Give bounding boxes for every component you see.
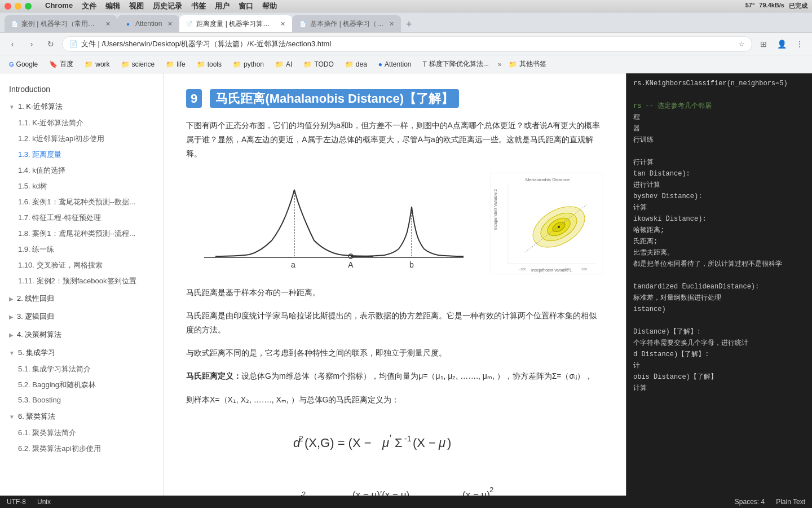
sidebar-section-header-2[interactable]: ▶ 2. 线性回归: [0, 290, 163, 307]
code-line-26: 计: [633, 360, 805, 371]
sidebar-section-1-items: 1.1. K-近邻算法简介 1.2. k近邻算法api初步使用 1.3. 距离度…: [0, 115, 163, 289]
mac-topbar: Chrome 文件 编辑 视图 历史记录 书签 用户 窗口 帮助 57° 79.…: [0, 0, 812, 12]
sidebar-item-1-8[interactable]: 1.8. 案例1：鸢尾花种类预测--流程...: [0, 226, 163, 242]
menu-chrome[interactable]: Chrome: [45, 1, 73, 11]
bookmark-google-label: Google: [16, 60, 38, 68]
svg-text:a: a: [291, 260, 295, 269]
mac-menu-bar: Chrome 文件 编辑 视图 历史记录 书签 用户 窗口 帮助: [45, 1, 277, 11]
minimize-btn[interactable]: [15, 3, 21, 10]
sidebar-title: Introduction: [0, 78, 163, 98]
formula-svg-2: 当m = 1时, d 2 (x,G) = (x − μ)′(x − μ) σ 2…: [237, 474, 553, 496]
menu-icon[interactable]: ⋮: [792, 36, 807, 52]
sidebar-section-header-6[interactable]: ▼ 6. 聚类算法: [0, 408, 163, 425]
bell-curve-chart: a A b: [186, 173, 482, 274]
menu-edit[interactable]: 编辑: [105, 1, 120, 11]
code-line-8: 行计算: [633, 157, 805, 168]
sidebar-item-1-3[interactable]: 1.3. 距离度量: [0, 147, 163, 163]
svg-text:2: 2: [299, 434, 303, 443]
sidebar-section-header-1[interactable]: ▼ 1. K-近邻算法: [0, 98, 163, 115]
svg-text:Mahalanobis Distance: Mahalanobis Distance: [526, 177, 570, 182]
bookmark-tools[interactable]: 📁 tools: [192, 59, 226, 69]
sidebar-section-1-label: 1. K-近邻算法: [18, 102, 63, 112]
sidebar-item-5-3[interactable]: 5.3. Boosting: [0, 393, 163, 407]
tab-1-close[interactable]: ✕: [105, 20, 111, 28]
menu-view[interactable]: 视图: [129, 1, 144, 11]
code-line-7: [633, 146, 805, 157]
svg-text:′: ′: [390, 433, 391, 443]
tab-4[interactable]: 📄 基本操作 | 机器学习（常用科... ✕: [292, 15, 401, 32]
sidebar-item-1-4[interactable]: 1.4. k值的选择: [0, 163, 163, 178]
extensions-icon[interactable]: ⊞: [756, 36, 771, 52]
status-done: 已完成: [789, 2, 807, 10]
new-tab-button[interactable]: +: [401, 16, 417, 32]
star-icon[interactable]: ☆: [739, 40, 745, 48]
menu-bookmarks[interactable]: 书签: [191, 1, 206, 11]
menu-history[interactable]: 历史记录: [153, 1, 182, 11]
bookmark-dea-label: dea: [356, 60, 367, 68]
sidebar-section-header-4[interactable]: ▶ 4. 决策树算法: [0, 326, 163, 343]
address-bar[interactable]: 📄 文件 | /Users/sherwin/Desktop/机器学习（算法篇）/…: [62, 36, 752, 52]
bookmark-others[interactable]: 📁 其他书签: [504, 58, 551, 70]
bookmark-baidu[interactable]: 🔖 百度: [45, 58, 78, 70]
bookmark-science[interactable]: 📁 science: [117, 59, 160, 69]
bookmark-work[interactable]: 📁 work: [80, 59, 114, 69]
folder-icon-others: 📁: [509, 60, 517, 68]
tab-3[interactable]: 📄 距离度量 | 机器学习算法课程... ✕: [179, 15, 292, 32]
gradient-icon: T: [422, 60, 426, 68]
sidebar-item-6-2[interactable]: 6.2. 聚类算法api初步使用: [0, 441, 163, 457]
bookmarks-more[interactable]: »: [498, 60, 502, 68]
sidebar-item-1-1[interactable]: 1.1. K-近邻算法简介: [0, 115, 163, 131]
url-text: 文件 | /Users/sherwin/Desktop/机器学习（算法篇）/K-…: [81, 39, 735, 49]
maximize-btn[interactable]: [25, 3, 32, 10]
bookmark-dea[interactable]: 📁 dea: [341, 59, 372, 69]
code-line-27: obis Distance)【了解】: [633, 371, 805, 383]
bookmark-science-label: science: [132, 60, 155, 68]
sidebar-section-header-5[interactable]: ▼ 5. 集成学习: [0, 344, 163, 361]
sidebar-section-2: ▶ 2. 线性回归: [0, 290, 163, 307]
sidebar-item-1-6[interactable]: 1.6. 案例1：鸢尾花种类预测--数据...: [0, 194, 163, 210]
tab-3-close[interactable]: ✕: [280, 20, 285, 28]
sidebar-item-1-9[interactable]: 1.9. 练一练: [0, 242, 163, 257]
sidebar-item-6-1[interactable]: 6.1. 聚类算法简介: [0, 425, 163, 441]
menu-file[interactable]: 文件: [82, 1, 96, 11]
bookmark-gradient[interactable]: T 梯度下降优化算法...: [418, 58, 493, 70]
bookmark-todo[interactable]: 📁 TODO: [299, 59, 338, 69]
bookmark-gradient-label: 梯度下降优化算法...: [429, 59, 489, 69]
sidebar-section-header-3[interactable]: ▶ 3. 逻辑回归: [0, 308, 163, 325]
folder-icon-science: 📁: [121, 60, 130, 68]
svg-text:100: 100: [564, 268, 571, 271]
section-number: 9: [186, 89, 202, 108]
tab-2-close[interactable]: ✕: [167, 20, 173, 28]
sidebar-item-5-2[interactable]: 5.2. Bagging和随机森林: [0, 377, 163, 393]
tab-1[interactable]: 📄 案例 | 机器学习（常用科学计算... ✕: [5, 15, 117, 32]
svg-text:(X,G) = (X −: (X,G) = (X −: [304, 436, 372, 450]
sidebar-section-5-label: 5. 集成学习: [18, 348, 55, 358]
sidebar-item-1-11[interactable]: 1.11. 案例2：预测facebook签到位置: [0, 273, 163, 289]
sidebar-item-1-2[interactable]: 1.2. k近邻算法api初步使用: [0, 131, 163, 147]
back-button[interactable]: ‹: [5, 36, 20, 52]
menu-help[interactable]: 帮助: [262, 1, 277, 11]
sidebar-item-1-10[interactable]: 1.10. 交叉验证，网格搜索: [0, 257, 163, 273]
menu-user[interactable]: 用户: [215, 1, 230, 11]
sidebar-item-5-1[interactable]: 5.1. 集成学习算法简介: [0, 361, 163, 377]
svg-text:(x − μ)′(x − μ): (x − μ)′(x − μ): [352, 489, 409, 496]
tab-4-close[interactable]: ✕: [389, 20, 394, 28]
bookmark-python[interactable]: 📁 python: [228, 59, 268, 69]
bookmark-attention[interactable]: ● Attention: [374, 59, 416, 69]
profile-icon[interactable]: 👤: [774, 36, 789, 52]
bookmark-ai[interactable]: 📁 AI: [271, 59, 297, 69]
bookmark-google[interactable]: G Google: [5, 59, 42, 69]
close-btn[interactable]: [5, 3, 11, 10]
lock-icon: 📄: [69, 40, 78, 48]
tab-2[interactable]: ● Attention ✕: [117, 15, 179, 32]
code-line-2: [633, 89, 805, 100]
bookmark-life[interactable]: 📁 life: [161, 59, 189, 69]
sidebar-item-1-7[interactable]: 1.7. 特征工程-特征预处理: [0, 210, 163, 226]
menu-window[interactable]: 窗口: [239, 1, 253, 11]
forward-button[interactable]: ›: [24, 36, 39, 52]
article-para-3: 马氏距离是由印度统计学家马哈拉诺比斯提出的，表示数据的协方差距离。它是一种有效的…: [186, 309, 603, 337]
chart-area: a A b Mahalanobis Distance: [186, 173, 603, 274]
code-line-23: Distance)【了解】:: [633, 326, 805, 338]
sidebar-item-1-5[interactable]: 1.5. kd树: [0, 178, 163, 194]
reload-button[interactable]: ↻: [43, 36, 59, 52]
